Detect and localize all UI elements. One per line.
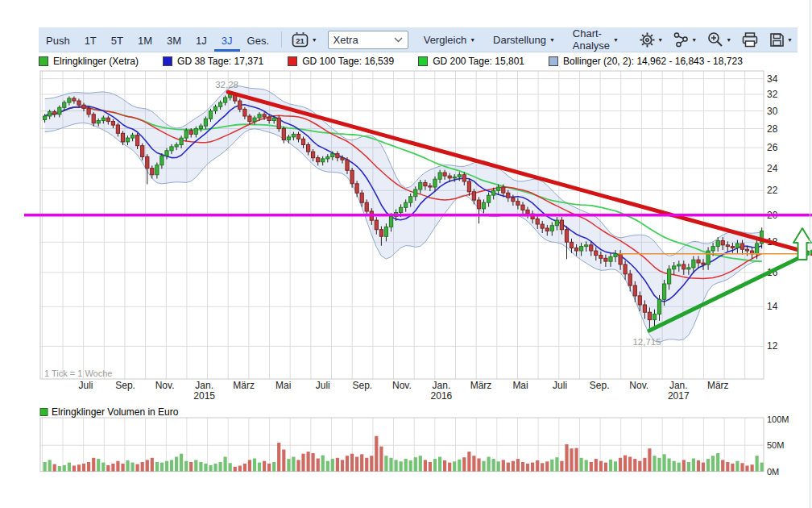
range-button-1j[interactable]: 1J	[188, 28, 214, 52]
volume-bar	[263, 461, 266, 472]
volume-bar	[229, 463, 232, 471]
candle-body	[541, 224, 544, 228]
candle-body	[97, 121, 100, 123]
volume-bar	[643, 458, 646, 472]
volume-bar	[151, 458, 154, 472]
settings-button[interactable]: ▼	[639, 31, 663, 48]
menu-darstellung[interactable]: Darstellung ▼	[493, 34, 555, 46]
volume-bar	[531, 463, 534, 472]
candle-body	[487, 195, 491, 202]
candle-body	[82, 105, 85, 108]
candle-body	[721, 241, 724, 245]
candle-body	[341, 158, 344, 160]
candle-body	[677, 264, 681, 266]
volume-bar	[619, 458, 622, 472]
range-button-1t[interactable]: 1T	[77, 28, 104, 52]
volume-bar	[673, 461, 676, 472]
volume-bar	[170, 460, 173, 471]
candle-body	[692, 260, 695, 268]
range-button-5t[interactable]: 5T	[104, 28, 130, 52]
indicators-button[interactable]: ▼	[673, 31, 697, 48]
volume-bar	[697, 460, 700, 472]
volume-bar	[213, 464, 217, 472]
candle-body	[599, 256, 603, 259]
volume-bar	[92, 458, 95, 472]
candle-body	[472, 192, 475, 200]
candle-body	[63, 102, 66, 107]
candle-body	[711, 247, 715, 251]
volume-bar	[438, 457, 441, 472]
candle-body	[165, 151, 168, 156]
menu-chart-analyse[interactable]: Chart-Analyse ▼	[573, 27, 619, 52]
volume-bar	[760, 463, 764, 472]
volume-tick-label: 0M	[767, 467, 779, 477]
volume-bar	[507, 463, 510, 472]
legend-label: GD 38 Tage: 17,371	[177, 56, 263, 67]
volume-bar	[628, 457, 632, 472]
candle-body	[258, 115, 261, 118]
candle-body	[58, 107, 61, 115]
volume-bar	[141, 462, 144, 472]
candle-body	[307, 145, 310, 152]
candle-body	[673, 266, 676, 269]
volume-bar	[657, 458, 661, 472]
x-tick-year: 2015	[193, 390, 215, 402]
range-button-3m[interactable]: 3M	[160, 28, 188, 52]
candle-body	[375, 220, 378, 230]
volume-bar	[575, 448, 578, 472]
volume-tick-label: 100M	[767, 414, 789, 424]
exchange-select-value: Xetra	[334, 34, 358, 46]
volume-bar	[545, 461, 549, 471]
volume-bar	[199, 462, 202, 472]
volume-legend-swatch	[40, 409, 48, 416]
legend-item-instrument: Elringklinger (Xetra)	[39, 56, 139, 67]
volume-bar	[497, 461, 500, 471]
window-edge	[810, 0, 810, 508]
volume-bar	[102, 463, 105, 472]
range-button-ges[interactable]: Ges.	[240, 28, 276, 52]
print-button[interactable]	[741, 31, 759, 48]
legend-swatch	[549, 56, 558, 66]
candle-body	[682, 264, 686, 269]
volume-bar	[63, 465, 66, 472]
save-button[interactable]: ▼	[768, 31, 793, 48]
legend-item-gd38: GD 38 Tage: 17,371	[163, 56, 263, 67]
range-button-push[interactable]: Push	[39, 28, 77, 52]
candle-body	[726, 245, 729, 247]
volume-bar	[258, 463, 261, 472]
candle-body	[336, 154, 339, 158]
main-chart[interactable]: 121416182022242628303234JuliSep.Nov.Jan.…	[0, 69, 812, 508]
candle-body	[526, 210, 529, 214]
candle-body	[243, 109, 246, 116]
zoom-button[interactable]: ▼	[706, 31, 731, 48]
volume-bar	[652, 456, 656, 471]
volume-bar	[106, 465, 110, 472]
calendar-button[interactable]: 21 ▼	[291, 31, 317, 48]
legend-bar: Elringklinger (Xetra) GD 38 Tage: 17,371…	[39, 53, 804, 69]
x-tick-label: März	[707, 380, 729, 391]
candle-body	[668, 269, 671, 284]
range-button-1m[interactable]: 1M	[130, 28, 160, 52]
volume-bar	[224, 457, 227, 472]
y-tick-label: 26	[767, 142, 778, 153]
candle-body	[136, 135, 139, 146]
candle-body	[146, 156, 149, 168]
chevron-down-icon: ▼	[657, 37, 663, 43]
menu-vergleich[interactable]: Vergleich ▼	[424, 34, 475, 46]
volume-bar	[379, 447, 383, 472]
range-button-3j[interactable]: 3J	[214, 28, 240, 52]
volume-bar	[487, 457, 491, 472]
toolbar: Push 1T 5T 1M 3M 1J 3J Ges. 21 ▼ Xetra V…	[39, 27, 798, 52]
y-tick-label: 24	[767, 163, 778, 174]
candle-body	[536, 219, 539, 225]
candle-body	[521, 205, 524, 210]
candle-body	[756, 244, 759, 254]
candle-body	[731, 247, 734, 248]
candle-body	[141, 146, 144, 157]
exchange-select[interactable]: Xetra	[328, 31, 408, 49]
candle-body	[379, 230, 383, 237]
calendar-icon: 21	[291, 31, 309, 48]
x-tick-label: Sep.	[590, 380, 610, 391]
volume-tick-label: 50M	[767, 440, 784, 450]
volume-bar	[97, 459, 100, 472]
